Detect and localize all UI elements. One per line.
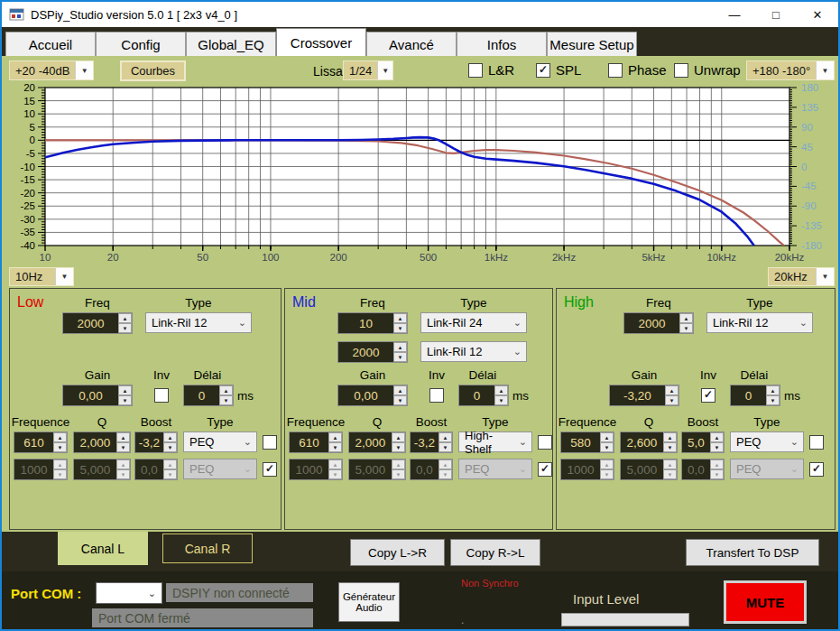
high-xover1-freq-spinner-up[interactable]: ▲ xyxy=(679,313,693,323)
freq-range-high-combo[interactable]: 20kHz▼ xyxy=(768,267,835,286)
high-delay-spinner-up[interactable]: ▲ xyxy=(766,385,780,395)
mid-xover1-type-combo[interactable]: Link-Ril 24⌄ xyxy=(420,312,527,333)
high-gain-spinner-down[interactable]: ▼ xyxy=(665,395,678,405)
mid-eq1-boost-spinner-up[interactable]: ▲ xyxy=(438,432,452,442)
high-eq1-boost-spinner[interactable]: 5,0▲▼ xyxy=(681,431,725,453)
chevron-down-icon[interactable]: ▼ xyxy=(75,61,93,79)
minimize-button[interactable]: — xyxy=(714,2,755,27)
tab-crossover[interactable]: Crossover xyxy=(276,28,366,56)
mid-xover1-freq-spinner-up[interactable]: ▲ xyxy=(393,313,407,323)
high-gain-spinner-up[interactable]: ▲ xyxy=(665,385,678,395)
low-eq1-boost-spinner[interactable]: -3,2▲▼ xyxy=(134,431,178,453)
low-eq1-boost-spinner-up[interactable]: ▲ xyxy=(163,432,177,442)
low-delay-spinner-down[interactable]: ▼ xyxy=(219,395,233,405)
maximize-button[interactable]: □ xyxy=(755,2,797,27)
mid-xover2-freq-spinner-up[interactable]: ▲ xyxy=(393,342,407,352)
high-eq1-q-spinner-down[interactable]: ▼ xyxy=(663,442,677,452)
high-eq2-enable-checkbox[interactable]: ✓ xyxy=(809,462,824,477)
low-eq1-q-spinner-up[interactable]: ▲ xyxy=(116,432,130,442)
mid-eq2-enable-checkbox[interactable]: ✓ xyxy=(538,462,552,477)
high-eq1-freq-spinner[interactable]: 580▲▼ xyxy=(560,431,614,453)
high-gain-spinner[interactable]: -3,20▲▼ xyxy=(609,385,679,406)
chevron-down-icon[interactable]: ▼ xyxy=(377,61,392,79)
low-inv-checkbox[interactable] xyxy=(154,388,169,403)
mid-inv-checkbox[interactable] xyxy=(429,388,444,403)
high-eq1-boost-spinner-down[interactable]: ▼ xyxy=(710,442,724,452)
mid-eq1-freq-spinner[interactable]: 610▲▼ xyxy=(289,431,343,453)
mid-xover1-freq-spinner-down[interactable]: ▼ xyxy=(393,323,407,333)
copy-r-to-l-button[interactable]: Copy R->L xyxy=(450,539,540,566)
mid-eq1-enable-checkbox[interactable] xyxy=(538,435,552,450)
low-gain-spinner[interactable]: 0,00▲▼ xyxy=(62,385,133,406)
high-eq1-type-combo[interactable]: PEQ⌄ xyxy=(730,431,804,452)
phase-range-combo[interactable]: +180 -180°▼ xyxy=(746,60,835,80)
tab-config[interactable]: Config xyxy=(96,32,186,56)
mid-eq1-q-spinner-down[interactable]: ▼ xyxy=(392,442,405,452)
chevron-down-icon[interactable]: ▼ xyxy=(55,268,73,285)
mid-eq1-type-combo[interactable]: High-Shelf⌄ xyxy=(458,431,532,452)
low-eq1-freq-spinner-down[interactable]: ▼ xyxy=(53,442,67,452)
tab-mesure-setup[interactable]: Mesure Setup xyxy=(547,32,637,56)
checkbox-lr[interactable]: L&R xyxy=(468,62,514,78)
canal-l-button[interactable]: Canal L xyxy=(58,532,148,565)
high-xover1-freq-spinner[interactable]: 2000▲▼ xyxy=(623,312,694,334)
chevron-down-icon[interactable]: ▼ xyxy=(816,268,834,285)
high-eq1-freq-spinner-down[interactable]: ▼ xyxy=(600,442,614,452)
low-eq1-q-spinner-down[interactable]: ▼ xyxy=(116,442,130,452)
low-eq1-enable-checkbox[interactable] xyxy=(263,435,277,450)
mid-gain-spinner-up[interactable]: ▲ xyxy=(393,385,407,395)
mid-delay-spinner-down[interactable]: ▼ xyxy=(494,395,508,405)
close-button[interactable]: ✕ xyxy=(797,2,838,27)
mid-gain-spinner-down[interactable]: ▼ xyxy=(393,395,407,405)
checkbox-unwrap[interactable]: Unwrap xyxy=(674,62,741,78)
low-eq1-freq-spinner-up[interactable]: ▲ xyxy=(53,432,67,442)
tab-avanc-[interactable]: Avancé xyxy=(366,32,457,56)
tab-infos[interactable]: Infos xyxy=(457,32,547,56)
high-delay-spinner-down[interactable]: ▼ xyxy=(766,395,780,405)
mid-xover2-type-combo[interactable]: Link-Ril 12⌄ xyxy=(420,341,527,362)
low-eq1-type-combo[interactable]: PEQ⌄ xyxy=(183,431,257,452)
canal-r-button[interactable]: Canal R xyxy=(162,534,253,563)
audio-generator-button[interactable]: Générateur Audio xyxy=(338,582,400,622)
freq-range-low-combo[interactable]: 10Hz▼ xyxy=(9,267,74,286)
low-eq2-enable-checkbox[interactable]: ✓ xyxy=(263,462,277,477)
low-xover1-freq-spinner-up[interactable]: ▲ xyxy=(118,313,132,323)
low-delay-spinner-up[interactable]: ▲ xyxy=(219,385,233,395)
lissage-combo[interactable]: 1/24▼ xyxy=(343,60,393,80)
low-gain-spinner-up[interactable]: ▲ xyxy=(118,385,132,395)
low-xover1-type-combo[interactable]: Link-Ril 12⌄ xyxy=(145,312,252,333)
mid-delay-spinner-up[interactable]: ▲ xyxy=(494,385,508,395)
low-eq1-freq-spinner[interactable]: 610▲▼ xyxy=(14,431,68,453)
mid-xover2-freq-spinner-down[interactable]: ▼ xyxy=(393,352,407,362)
mid-xover1-freq-spinner[interactable]: 10▲▼ xyxy=(337,312,408,334)
copy-l-to-r-button[interactable]: Copy L->R xyxy=(350,539,445,566)
low-gain-spinner-down[interactable]: ▼ xyxy=(118,395,132,405)
low-eq1-q-spinner[interactable]: 2,000▲▼ xyxy=(73,431,131,453)
low-xover1-freq-spinner-down[interactable]: ▼ xyxy=(118,323,132,333)
port-com-combo[interactable]: ⌄ xyxy=(96,582,162,604)
transfer-to-dsp-button[interactable]: Transfert To DSP xyxy=(686,539,819,566)
mid-eq1-freq-spinner-up[interactable]: ▲ xyxy=(328,432,342,442)
mid-eq1-freq-spinner-down[interactable]: ▼ xyxy=(328,442,342,452)
tab-accueil[interactable]: Accueil xyxy=(5,32,96,56)
mid-eq1-boost-spinner-down[interactable]: ▼ xyxy=(438,442,452,452)
checkbox-phase[interactable]: Phase xyxy=(608,62,667,78)
high-eq1-enable-checkbox[interactable] xyxy=(809,435,824,450)
high-inv-checkbox[interactable]: ✓ xyxy=(701,388,715,403)
mid-delay-spinner[interactable]: 0▲▼ xyxy=(458,385,509,406)
mid-xover2-freq-spinner[interactable]: 2000▲▼ xyxy=(337,341,408,363)
high-eq1-q-spinner[interactable]: 2,600▲▼ xyxy=(620,431,678,453)
mute-button[interactable]: MUTE xyxy=(724,580,807,624)
db-range-combo[interactable]: +20 -40dB▼ xyxy=(9,60,94,80)
high-eq1-boost-spinner-up[interactable]: ▲ xyxy=(710,432,724,442)
high-xover1-freq-spinner-down[interactable]: ▼ xyxy=(679,323,693,333)
courbes-button[interactable]: Courbes xyxy=(120,60,186,81)
high-eq1-q-spinner-up[interactable]: ▲ xyxy=(663,432,677,442)
low-delay-spinner[interactable]: 0▲▼ xyxy=(183,385,234,406)
low-xover1-freq-spinner[interactable]: 2000▲▼ xyxy=(62,312,133,334)
high-delay-spinner[interactable]: 0▲▼ xyxy=(730,385,780,406)
mid-gain-spinner[interactable]: 0,00▲▼ xyxy=(337,385,408,406)
mid-eq1-q-spinner[interactable]: 2,000▲▼ xyxy=(348,431,406,453)
high-eq1-freq-spinner-up[interactable]: ▲ xyxy=(600,432,614,442)
mid-eq1-q-spinner-up[interactable]: ▲ xyxy=(392,432,405,442)
